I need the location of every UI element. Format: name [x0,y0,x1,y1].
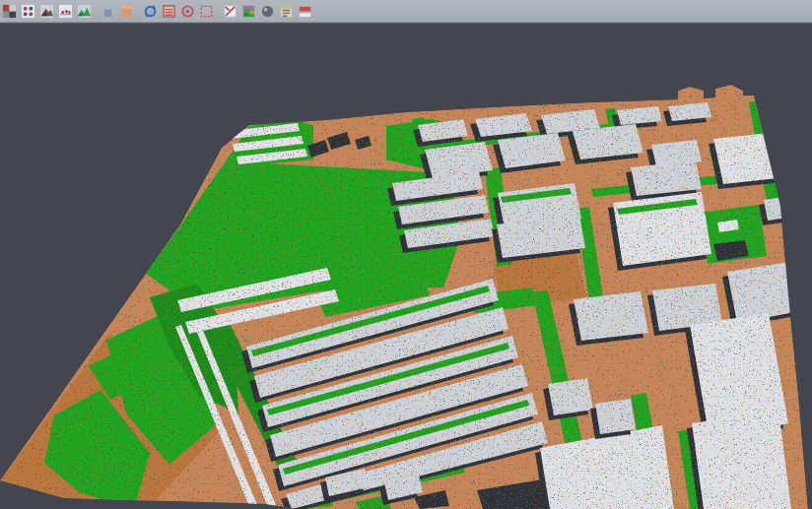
report-table-icon[interactable] [279,4,294,19]
fence-selection-icon[interactable] [199,4,214,19]
sphere-icon[interactable] [260,4,275,19]
viewport-3d[interactable] [0,23,812,509]
panel-icon[interactable] [101,4,115,19]
toolbar-group [143,4,214,19]
sync-icon[interactable] [143,4,158,19]
toolbar [0,0,812,23]
split-cloud-icon[interactable] [2,4,17,19]
red-list-icon[interactable] [162,4,176,19]
align-points-icon[interactable] [21,4,35,19]
orange-tile-icon[interactable] [119,4,134,19]
terrain-mountain-icon[interactable] [39,4,54,19]
scene-svg [0,23,812,509]
pointcloud-noise-pale [0,23,812,509]
toolbar-group [223,4,312,19]
ground-points-icon[interactable] [58,4,73,19]
toolbar-group [2,4,92,19]
profile-bars-icon[interactable] [298,4,312,19]
vegetation-terrain-icon[interactable] [77,4,92,19]
clip-box-icon[interactable] [223,4,237,19]
target-icon[interactable] [180,4,195,19]
classified-cloud-icon[interactable] [241,4,256,19]
toolbar-group [101,4,134,19]
